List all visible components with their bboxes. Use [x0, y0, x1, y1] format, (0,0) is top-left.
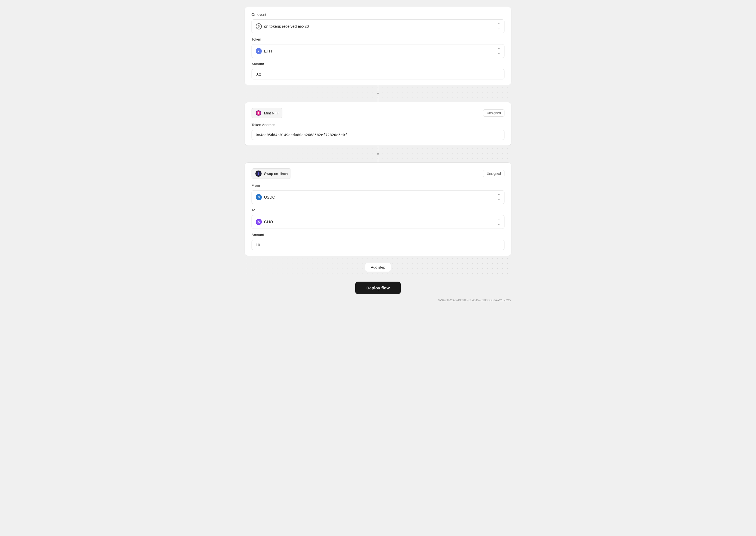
swap-amount-input[interactable] [252, 240, 504, 250]
add-step-area: Add step [245, 256, 511, 278]
event-icon: $ [256, 23, 262, 29]
mint-nft-header: Mint NFT Unsigned [252, 108, 504, 118]
swap-card: 1 Swap on 1inch Unsigned From $ USDC ⌃⌄ … [245, 162, 511, 256]
connector-1: ▼ [245, 85, 511, 102]
event-select-value: on tokens received erc-20 [264, 24, 309, 29]
from-select-value: USDC [264, 195, 275, 199]
from-label: From [252, 183, 504, 187]
swap-label: Swap on 1inch [264, 172, 288, 176]
amount-field-group: Amount [252, 62, 504, 80]
to-select[interactable]: G GHO ⌃⌄ [252, 215, 504, 229]
swap-header: 1 Swap on 1inch Unsigned [252, 168, 504, 179]
swap-badge[interactable]: 1 Swap on 1inch [252, 168, 291, 179]
gho-icon: G [256, 219, 262, 225]
on-event-field-group: On event $ on tokens received erc-20 ⌃⌄ [252, 13, 504, 33]
mint-nft-unsigned-badge[interactable]: Unsigned [483, 110, 504, 117]
to-select-left: G GHO [256, 219, 273, 225]
to-label: To [252, 208, 504, 212]
event-select-left: $ on tokens received erc-20 [256, 23, 309, 29]
svg-point-2 [258, 112, 259, 114]
token-address-input[interactable] [252, 130, 504, 140]
amount-input[interactable] [252, 69, 504, 80]
token-select-chevron: ⌃⌄ [497, 47, 500, 55]
token-select-left: ♦ ETH [256, 48, 272, 54]
mint-nft-label: Mint NFT [264, 111, 279, 115]
add-step-button[interactable]: Add step [365, 263, 391, 272]
to-field-group: To G GHO ⌃⌄ [252, 208, 504, 229]
token-address-label: Token Address [252, 123, 504, 127]
usdc-icon: $ [256, 194, 262, 200]
amount-label: Amount [252, 62, 504, 66]
svg-text:G: G [258, 221, 260, 223]
mint-nft-unsigned-label: Unsigned [487, 111, 501, 115]
event-select[interactable]: $ on tokens received erc-20 ⌃⌄ [252, 19, 504, 33]
connector-arrow-1: ▼ [375, 91, 381, 96]
to-select-chevron: ⌃⌄ [497, 218, 500, 226]
from-select-chevron: ⌃⌄ [497, 193, 500, 201]
from-select[interactable]: $ USDC ⌃⌄ [252, 190, 504, 204]
token-select[interactable]: ♦ ETH ⌃⌄ [252, 44, 504, 58]
swap-amount-field-group: Amount [252, 233, 504, 250]
event-select-chevron: ⌃⌄ [497, 22, 500, 30]
from-field-group: From $ USDC ⌃⌄ [252, 183, 504, 204]
main-container: On event $ on tokens received erc-20 ⌃⌄ … [245, 7, 511, 302]
token-select-value: ETH [264, 49, 272, 53]
token-label: Token [252, 37, 504, 41]
token-address-field-group: Token Address [252, 123, 504, 140]
token-field-group: Token ♦ ETH ⌃⌄ [252, 37, 504, 58]
swap-amount-label: Amount [252, 233, 504, 237]
swap-unsigned-badge[interactable]: Unsigned [483, 170, 504, 177]
mint-nft-icon [255, 110, 262, 117]
bottom-section: Add step Deploy flow 0x9E71b2BaF49698bfC… [245, 256, 511, 302]
footer-hash: 0x9E71b2BaF49698bfCc4515e8186DB36AaC1ccC… [438, 299, 511, 302]
svg-text:1: 1 [258, 172, 259, 175]
from-select-left: $ USDC [256, 194, 275, 200]
deploy-flow-button[interactable]: Deploy flow [355, 282, 401, 294]
eth-icon: ♦ [256, 48, 262, 54]
connector-2: ▼ [245, 146, 511, 162]
swap-unsigned-label: Unsigned [487, 172, 501, 176]
on-event-card: On event $ on tokens received erc-20 ⌃⌄ … [245, 7, 511, 85]
to-select-value: GHO [264, 220, 273, 224]
on-event-label: On event [252, 13, 504, 17]
connector-arrow-2: ▼ [375, 151, 381, 157]
mint-nft-card: Mint NFT Unsigned Token Address [245, 102, 511, 146]
mint-nft-badge[interactable]: Mint NFT [252, 108, 282, 118]
swap-icon: 1 [255, 170, 262, 177]
